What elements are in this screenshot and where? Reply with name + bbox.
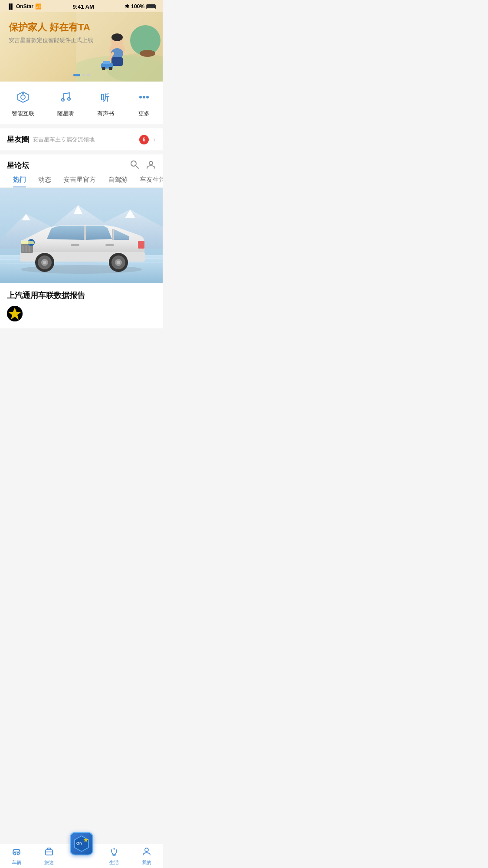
svg-point-12: [102, 67, 105, 70]
action-smart-connect[interactable]: 智能互联: [12, 90, 34, 118]
article-avatar: [7, 306, 23, 321]
car-image: [8, 210, 155, 275]
smart-connect-icon: [16, 90, 30, 106]
banner-title: 保护家人 好在有TA: [9, 21, 93, 34]
status-bar: ▐▌ OnStar 📶 9:41 AM ✱ 100%: [0, 0, 163, 12]
xingyouquan-title: 星友圈: [7, 134, 29, 144]
xingyouquan-desc: 安吉星车主专属交流领地: [33, 136, 139, 144]
forum-header: 星论坛: [0, 154, 163, 171]
forum-section: 星论坛: [0, 154, 163, 188]
battery-icon: [146, 4, 156, 9]
svg-point-17: [22, 93, 24, 95]
action-label-listen: 随星听: [57, 110, 74, 118]
svg-point-7: [111, 33, 123, 41]
dot-2: [82, 74, 85, 76]
action-audiobook[interactable]: 听 有声书: [97, 90, 114, 118]
banner-dots: [73, 74, 90, 76]
svg-rect-55: [105, 244, 114, 246]
dot-3: [87, 74, 90, 76]
svg-point-19: [68, 98, 70, 100]
svg-point-53: [117, 261, 120, 264]
svg-point-26: [149, 161, 153, 165]
tab-hot[interactable]: 热门: [7, 171, 32, 187]
tab-dynamic[interactable]: 动态: [32, 171, 57, 187]
article-title: 上汽通用车联数据报告: [7, 290, 156, 301]
wifi-icon: 📶: [35, 3, 42, 10]
music-icon: [59, 90, 72, 106]
xingyouquan-badge: 6: [139, 135, 149, 144]
bluetooth-icon: ✱: [125, 3, 129, 10]
svg-point-4: [140, 50, 155, 57]
svg-point-13: [109, 67, 112, 70]
tab-roadtrip[interactable]: 自驾游: [102, 171, 134, 187]
action-label-audiobook: 有声书: [97, 110, 114, 118]
status-left: ▐▌ OnStar 📶: [7, 3, 42, 10]
action-label-smart: 智能互联: [12, 110, 34, 118]
audiobook-icon: 听: [99, 90, 113, 106]
car-banner[interactable]: [0, 188, 163, 283]
search-icon[interactable]: [130, 160, 139, 171]
quick-actions: 智能互联 随星听 听 有声书: [0, 82, 163, 125]
more-dots-icon: [137, 90, 151, 106]
dot-1: [73, 74, 80, 76]
svg-point-18: [62, 98, 64, 101]
svg-rect-54: [71, 244, 79, 246]
action-label-more: 更多: [138, 110, 150, 118]
svg-point-16: [21, 95, 25, 99]
battery-percent: 100%: [131, 3, 144, 10]
status-time: 9:41 AM: [72, 3, 94, 10]
tab-life[interactable]: 车友生活: [134, 171, 163, 187]
tab-official[interactable]: 安吉星官方: [57, 171, 102, 187]
forum-icons: [130, 160, 156, 171]
forum-title: 星论坛: [7, 160, 29, 170]
svg-rect-45: [138, 241, 144, 249]
svg-point-49: [43, 261, 46, 264]
forum-top-row: 星论坛: [7, 160, 156, 171]
profile-icon[interactable]: [146, 160, 156, 171]
svg-line-25: [136, 166, 139, 169]
signal-icon: ▐▌: [7, 3, 14, 10]
svg-point-23: [146, 96, 149, 98]
article-section: 上汽通用车联数据报告: [0, 283, 163, 328]
svg-rect-14: [103, 61, 110, 64]
svg-point-21: [139, 96, 142, 98]
forum-tabs: 热门 动态 安吉星官方 自驾游 车友生活 法: [0, 171, 163, 188]
action-more[interactable]: 更多: [137, 90, 151, 118]
svg-text:听: 听: [101, 93, 110, 102]
svg-point-22: [143, 96, 145, 98]
banner-subtitle: 安吉星首款定位智能硬件正式上线: [9, 36, 93, 44]
carrier-name: OnStar: [16, 3, 33, 10]
status-right: ✱ 100%: [125, 3, 156, 10]
xingyouquan-chevron: ›: [153, 135, 156, 144]
action-listen[interactable]: 随星听: [57, 90, 74, 118]
xingyouquan-row[interactable]: 星友圈 安吉星车主专属交流领地 6 ›: [0, 128, 163, 151]
promo-banner[interactable]: 保护家人 好在有TA 安吉星首款定位智能硬件正式上线: [0, 12, 163, 82]
